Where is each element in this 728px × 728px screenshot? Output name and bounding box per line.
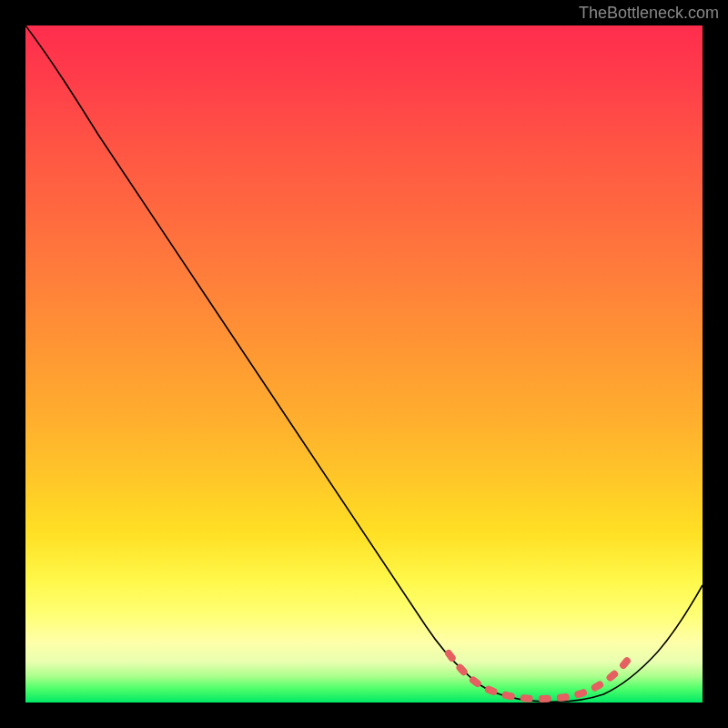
watermark-text: TheBottleneck.com (579, 4, 719, 23)
chart-svg (25, 25, 703, 703)
bottleneck-curve-line (25, 25, 703, 702)
optimal-range-marker (449, 653, 628, 699)
chart-area (25, 25, 703, 703)
